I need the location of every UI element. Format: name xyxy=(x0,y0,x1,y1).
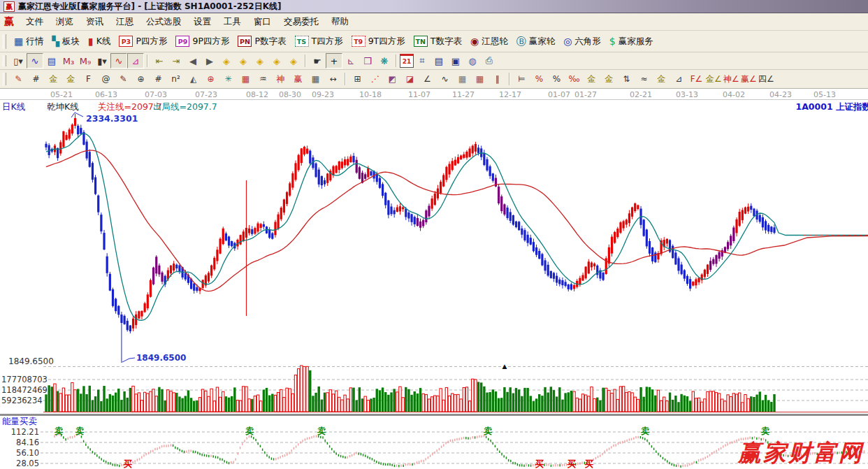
print-icon[interactable]: ⎙ xyxy=(481,53,498,68)
histogram-icon[interactable]: ⊿ xyxy=(127,53,144,68)
trend-lines-icon[interactable]: ∠ xyxy=(419,71,436,87)
shen-angle-icon[interactable]: 神∠ xyxy=(723,71,740,87)
grid-gray-icon[interactable]: ▦ xyxy=(454,71,471,87)
ying-tool-icon[interactable]: 赢 xyxy=(289,71,307,87)
menu-item-江恩[interactable]: 江恩 xyxy=(110,15,140,29)
spiral-icon[interactable]: @ xyxy=(97,71,115,87)
menu-item-公式选股[interactable]: 公式选股 xyxy=(140,15,187,29)
t9-square-button[interactable]: T99T四方形 xyxy=(347,34,410,49)
gann-wheel-button[interactable]: ◉江恩轮 xyxy=(466,34,512,49)
first-page-icon[interactable]: ⇤ xyxy=(151,53,168,68)
menu-item-窗口[interactable]: 窗口 xyxy=(247,15,277,29)
curve-fit-icon[interactable]: ≈ xyxy=(635,71,653,87)
gold-levels-icon[interactable]: 金 xyxy=(600,71,618,87)
menu-item-浏览[interactable]: 浏览 xyxy=(50,15,80,29)
menu-item-帮助[interactable]: 帮助 xyxy=(325,15,355,29)
grid-red2-icon[interactable]: ▦ xyxy=(471,71,489,87)
p-number-table-button[interactable]: PNP数字表 xyxy=(233,34,290,49)
zigzag-icon[interactable]: ∿ xyxy=(436,71,454,87)
count-grid-icon[interactable]: ▦ xyxy=(307,71,324,87)
menu-item-工具[interactable]: 工具 xyxy=(217,15,247,29)
shaded-box-icon[interactable]: ◩ xyxy=(384,71,401,87)
toolbar-grip[interactable] xyxy=(3,34,6,49)
t-square-button[interactable]: TST四方形 xyxy=(291,34,347,49)
candle-style-dropdown-icon[interactable]: ▯▾ xyxy=(10,53,27,68)
percent-icon[interactable]: % xyxy=(548,71,565,87)
gann-fan-icon[interactable]: ⋰ xyxy=(366,71,384,87)
ying-angle-icon[interactable]: 赢∠ xyxy=(740,71,758,87)
chart-area[interactable]: 卖卖卖卖卖卖卖买买买买▲ 05-2106-1307-0307-2308-1208… xyxy=(0,89,868,469)
note-list-icon[interactable]: ▤ xyxy=(43,53,60,68)
fractal-tool-icon[interactable]: ❋ xyxy=(376,53,393,68)
square-of-nine-icon[interactable]: n² xyxy=(167,71,185,87)
calculator-icon[interactable]: ⌗ xyxy=(414,53,431,68)
toolbar-grip[interactable] xyxy=(3,73,6,85)
ruler-ticks-icon[interactable]: # xyxy=(150,71,167,87)
pattern-blue-icon[interactable]: ∿ xyxy=(27,53,43,68)
menu-item-设置[interactable]: 设置 xyxy=(187,15,217,29)
box-select-icon[interactable]: ⊞ xyxy=(349,71,366,87)
p9-square-button[interactable]: P99P四方形 xyxy=(171,34,233,49)
save-icon[interactable]: ▣ xyxy=(447,53,464,68)
angle-a-icon[interactable]: ◭ xyxy=(185,71,202,87)
angle-measure-icon[interactable]: ⊾ xyxy=(342,53,359,68)
winner-service-button[interactable]: $赢家服务 xyxy=(605,34,658,49)
notes-icon[interactable]: ▤ xyxy=(431,53,447,68)
chart-3-icon[interactable]: M₃ xyxy=(60,53,77,68)
star-burst-icon[interactable]: ✳ xyxy=(219,71,237,87)
pattern-red-icon[interactable]: ∿ xyxy=(110,53,127,68)
p-square-button[interactable]: P3P四方形 xyxy=(115,34,171,49)
gold-angle-icon[interactable]: 金∠ xyxy=(705,71,723,87)
winner-wheel-button[interactable]: Ⓑ赢家轮 xyxy=(512,34,560,49)
crosshair-tool-icon[interactable]: + xyxy=(326,53,342,68)
chart-9-icon[interactable]: M₉ xyxy=(77,53,94,68)
last-page-icon[interactable]: ⇥ xyxy=(168,53,185,68)
percent-line-icon[interactable]: % xyxy=(530,71,548,87)
zoom-out-icon[interactable]: ◈ xyxy=(285,53,302,68)
menu-item-资讯[interactable]: 资讯 xyxy=(80,15,110,29)
si-angle-icon[interactable]: 四∠ xyxy=(758,71,775,87)
gold-circle-icon[interactable]: 金 xyxy=(583,71,600,87)
gann-circle-icon[interactable]: ⊕ xyxy=(132,71,150,87)
wave-count-icon[interactable]: ♒ xyxy=(254,71,272,87)
golden-gate-icon[interactable]: 金 xyxy=(45,71,62,87)
shift-left-icon[interactable]: ◈ xyxy=(218,53,235,68)
gold-line-icon[interactable]: 金 xyxy=(653,71,670,87)
prev-page-icon[interactable]: ◀ xyxy=(185,53,201,68)
zoom-in-icon[interactable]: ◈ xyxy=(268,53,285,68)
web-mail-icon[interactable]: ◍ xyxy=(464,53,481,68)
shift-right-icon[interactable]: ◈ xyxy=(235,53,252,68)
golden-gate2-icon[interactable]: 金 xyxy=(62,71,80,87)
j-angle-icon[interactable]: ⊿ xyxy=(670,71,688,87)
permille-icon[interactable]: ‰ xyxy=(565,71,583,87)
menu-item-文件[interactable]: 文件 xyxy=(20,15,50,29)
scale-ticks-icon[interactable]: # xyxy=(27,71,45,87)
parallel-lines-icon[interactable]: ∥ xyxy=(489,71,506,87)
shen-tool-icon[interactable]: 神 xyxy=(272,71,289,87)
pane-splitter[interactable] xyxy=(0,413,868,416)
kline-button[interactable]: ▮K线 xyxy=(84,34,115,49)
gann-box-tool-icon[interactable]: ❒ xyxy=(359,53,376,68)
calendar-icon[interactable]: 21 xyxy=(400,54,414,68)
next-page-icon[interactable]: ▶ xyxy=(201,53,218,68)
market-quotes-button[interactable]: ▦行情 xyxy=(10,34,48,49)
kline-chart[interactable]: 卖卖卖卖卖卖卖买买买买▲ xyxy=(0,89,868,469)
pen2-tool-icon[interactable]: ✎ xyxy=(115,71,132,87)
pen-tool-icon[interactable]: ✎ xyxy=(10,71,27,87)
menu-item-交易委托[interactable]: 交易委托 xyxy=(277,15,325,29)
fibonacci-f-icon[interactable]: F xyxy=(80,71,97,87)
hexagon-button[interactable]: ◎六角形 xyxy=(559,34,605,49)
f-angle-icon[interactable]: F∠ xyxy=(688,71,705,87)
ladder-scale-icon[interactable]: ⊨ xyxy=(513,71,530,87)
t-number-table-button[interactable]: TNT数字表 xyxy=(410,34,466,49)
width-measure-icon[interactable]: ↔ xyxy=(324,71,342,87)
shaded-box2-icon[interactable]: ◪ xyxy=(401,71,419,87)
toolbar-grip[interactable] xyxy=(3,55,6,67)
updown-pen-icon[interactable]: ⇅ xyxy=(618,71,635,87)
target-icon[interactable]: ⊕ xyxy=(202,71,219,87)
expand-h-icon[interactable]: ◈ xyxy=(252,53,268,68)
sector-blocks-button[interactable]: ▚板块 xyxy=(48,34,84,49)
red-grid-icon[interactable]: ▦ xyxy=(237,71,254,87)
candle2-dropdown-icon[interactable]: ▮▾ xyxy=(94,53,110,68)
hand-tool-icon[interactable]: ☛ xyxy=(309,53,326,68)
